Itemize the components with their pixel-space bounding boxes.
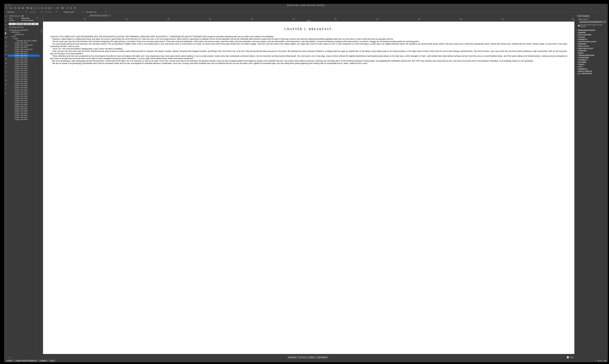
pause-icon[interactable]: ‼: [5, 24, 7, 26]
new-doc-icon[interactable]: [5, 7, 7, 9]
save-icon[interactable]: [14, 7, 17, 9]
add-tab-icon[interactable]: +: [572, 14, 575, 17]
paragraph[interactable]: The bar-room was now full of the boarder…: [50, 40, 567, 43]
heading-select[interactable]: Heading 1: [6, 11, 27, 13]
chapter-heading[interactable]: CHAPTER 5. BREAKFAST.: [50, 27, 567, 31]
bullet-list-icon[interactable]: ≡: [5, 49, 7, 51]
italic-icon[interactable]: I: [5, 41, 7, 43]
form-icon[interactable]: [49, 7, 51, 9]
image-icon[interactable]: [30, 7, 32, 9]
direction-icon[interactable]: ¶: [5, 83, 7, 85]
document-tab[interactable]: Moby-Dick [file:/.../chapt...×: [89, 14, 111, 17]
tree-item[interactable]: chapter_032.xhtml: [8, 112, 39, 114]
aria-select[interactable]: (no ARIA role): [85, 11, 106, 13]
hr-icon[interactable]: [53, 7, 55, 9]
gear-icon[interactable]: ⚙: [37, 17, 38, 19]
class-select[interactable]: (no class): [44, 11, 57, 13]
tree-item[interactable]: chapter_010.xhtml: [8, 65, 39, 67]
tree-item[interactable]: chapter_011.xhtml: [8, 67, 39, 69]
ebook-icon[interactable]: [70, 7, 72, 9]
table-icon[interactable]: [26, 7, 29, 9]
width-select[interactable]: Variable width: [63, 11, 84, 13]
view-mode-source[interactable]: Source: [308, 356, 316, 359]
paragraph[interactable]: However, a good laugh is a mighty good t…: [50, 38, 567, 40]
number-list-icon[interactable]: 1≡: [5, 53, 7, 56]
zoom-window[interactable]: [10, 4, 12, 6]
sidebar-tab[interactable]: Spine: [24, 23, 31, 25]
source-view-icon[interactable]: <>: [5, 15, 7, 17]
underline-icon[interactable]: U: [5, 45, 7, 47]
css-icon[interactable]: [74, 7, 76, 9]
open-doc-icon[interactable]: [10, 7, 12, 9]
style-category[interactable]: FONT FEATURES: [576, 34, 608, 36]
tree-item[interactable]: chapter_030.xhtml: [8, 108, 39, 110]
tree-item[interactable]: chapter_001_overlay.smil: [8, 44, 39, 46]
tree-item[interactable]: ▾META-INF: [8, 31, 39, 33]
tree-item[interactable]: chapter_025.xhtml: [8, 97, 39, 99]
style-category[interactable]: TABLES: [576, 63, 608, 65]
id-select[interactable]: (no ID): [29, 11, 42, 13]
tree-item[interactable]: ▾moby-dick-mo-20120214: [8, 29, 39, 31]
hover-checkbox[interactable]: when the pointer hovers over the element: [578, 24, 606, 27]
apply-styles-select[interactable]: this element only through its ID: [579, 21, 606, 23]
save-as-icon[interactable]: [18, 7, 20, 9]
anchor-icon[interactable]: [34, 7, 36, 9]
tree-item[interactable]: chapter_006.xhtml: [8, 57, 39, 59]
tree-item[interactable]: chapter_012.xhtml: [8, 69, 39, 72]
expand-icon[interactable]: ⤢: [595, 360, 597, 362]
breadcrumb-segment[interactable]: <h1>: [49, 360, 55, 362]
special-char-icon[interactable]: [57, 7, 59, 9]
copyright-icon[interactable]: C: [5, 28, 7, 30]
tree-item[interactable]: chapter_017.xhtml: [8, 80, 39, 82]
tree-item[interactable]: chapter_001.xhtml: [8, 42, 39, 44]
more-icon[interactable]: ↘: [5, 88, 7, 90]
tree-item[interactable]: chapter_027.xhtml: [8, 101, 39, 104]
align-center-icon[interactable]: ≡: [5, 70, 7, 73]
browse-icon[interactable]: [62, 7, 64, 9]
audio-icon[interactable]: [45, 7, 47, 9]
style-category[interactable]: LISTS: [576, 65, 608, 68]
style-category[interactable]: ALL PROPERTIES: [576, 72, 608, 75]
view-mode-wysiwyg[interactable]: Wysiwyg: [298, 356, 308, 359]
view-mode-dual-view[interactable]: Dual View: [287, 356, 298, 359]
tree-item[interactable]: chapter_031.xhtml: [8, 110, 39, 112]
tree-item[interactable]: chapter_016.xhtml: [8, 78, 39, 80]
view-mode-print-preview[interactable]: Print Preview: [316, 356, 328, 359]
tree-item[interactable]: chapter_004.xhtml: [8, 52, 39, 54]
breadcrumb-segment[interactable]: <section .body-rw.Chapter-rw>: [14, 360, 38, 362]
style-category[interactable]: GEOMETRY: [576, 38, 608, 40]
tree-item[interactable]: chapter_033.xhtml: [8, 114, 39, 116]
style-category[interactable]: POSITION AND LAYOUT: [576, 40, 608, 43]
sidebar-tab[interactable]: Landmarks: [16, 23, 24, 25]
tree-item[interactable]: ▾OPS: [8, 35, 39, 38]
tree-item[interactable]: chapter_029.xhtml: [8, 105, 39, 108]
paragraph[interactable]: These reflections just here are occasion…: [50, 55, 567, 60]
close-tab-icon[interactable]: ×: [109, 15, 110, 16]
tree-item[interactable]: chapter_015.xhtml: [8, 76, 39, 78]
paragraph[interactable]: "Grub, ho!" now cried the landlord, flin…: [50, 48, 567, 50]
style-category[interactable]: GENERAL: [576, 31, 608, 34]
align-left-icon[interactable]: ≡: [5, 66, 7, 68]
sidebar-tab[interactable]: ToC: [31, 23, 39, 25]
paragraph[interactable]: You could pretty plainly tell how long e…: [50, 43, 567, 48]
style-category[interactable]: MISCELLANEOUS: [576, 70, 608, 72]
tree-item[interactable]: chapter_035.xhtml: [8, 118, 39, 120]
style-category[interactable]: FLEXIBILITY: [576, 59, 608, 61]
link-icon[interactable]: [38, 7, 40, 9]
paragraph[interactable]: But as for Queequeg—why, Queequeg sat th…: [50, 60, 567, 62]
tree-item[interactable]: chapter_028.xhtml: [8, 104, 39, 105]
video-icon[interactable]: [41, 7, 43, 9]
tree-item[interactable]: chapter_013.xhtml: [8, 72, 39, 74]
tree-item[interactable]: chapter_014.xhtml: [8, 74, 39, 76]
tree-item[interactable]: chapter_002.xhtml: [8, 46, 39, 48]
tree-item[interactable]: chapter_020.xhtml: [8, 86, 39, 89]
document-page[interactable]: CHAPTER 5. BREAKFAST. I QUICKLY FOLLOWED…: [43, 22, 574, 354]
tree-item[interactable]: chapter_022.xhtml: [8, 91, 39, 93]
warning-icon[interactable]: !: [5, 19, 7, 22]
indent-icon[interactable]: ⇥: [5, 62, 7, 64]
justify-icon[interactable]: ▭: [5, 79, 7, 81]
bold-icon[interactable]: B: [5, 37, 7, 39]
breadcrumb-segment[interactable]: <header>: [39, 360, 48, 362]
tree-item[interactable]: chapter_005.xhtml: [8, 54, 39, 57]
tree-item[interactable]: chapter_007.xhtml: [8, 59, 39, 61]
